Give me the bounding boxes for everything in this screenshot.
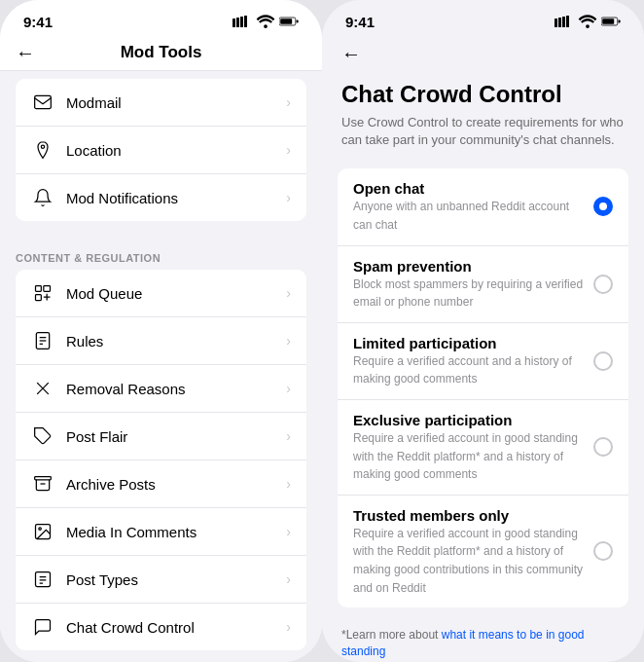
svg-rect-22 <box>35 477 52 480</box>
option-limited-participation-label: Limited participation <box>353 335 586 351</box>
chevron-right-icon: › <box>286 524 291 539</box>
chevron-right-icon: › <box>286 142 291 158</box>
svg-rect-8 <box>35 95 52 108</box>
chevron-right-icon: › <box>286 333 291 349</box>
chevron-right-icon: › <box>286 428 291 444</box>
svg-rect-1 <box>236 18 239 27</box>
rules-icon <box>31 329 54 352</box>
right-content: Chat Crowd Control Use Crowd Control to … <box>322 65 644 662</box>
svg-rect-12 <box>44 286 51 292</box>
sidebar-item-label-post-types: Post Types <box>66 571 286 588</box>
option-trusted-members-desc: Require a verified account in good stand… <box>353 527 583 595</box>
chevron-right-icon: › <box>286 190 291 205</box>
sidebar-item-label-rules: Rules <box>66 333 286 349</box>
chevron-right-icon: › <box>286 381 291 396</box>
svg-rect-0 <box>233 18 235 27</box>
svg-rect-11 <box>36 295 42 301</box>
svg-rect-26 <box>36 572 51 587</box>
status-icons-left <box>233 12 299 31</box>
chevron-right-icon: › <box>286 571 291 587</box>
section-header-content: CONTENT & REGULATION <box>0 237 322 270</box>
footnote-prefix: *Learn more about <box>341 628 442 642</box>
option-trusted-members[interactable]: Trusted members only Require a verified … <box>338 496 628 607</box>
radio-button-open-chat[interactable] <box>593 197 613 216</box>
svg-rect-34 <box>566 16 569 27</box>
sidebar-item-label-removal-reasons: Removal Reasons <box>66 381 286 397</box>
option-open-chat-desc: Anyone with an unbanned Reddit account c… <box>353 200 569 232</box>
option-limited-participation-desc: Require a verified account and a history… <box>353 354 572 386</box>
option-trusted-members-label: Trusted members only <box>353 507 586 524</box>
option-open-chat-label: Open chat <box>353 180 586 197</box>
archive-icon <box>31 472 54 496</box>
location-icon <box>31 138 54 162</box>
svg-rect-32 <box>558 18 561 27</box>
post-types-icon <box>31 568 54 591</box>
sidebar-item-modmail[interactable]: Modmail › <box>16 79 306 127</box>
svg-rect-31 <box>555 18 557 27</box>
option-exclusive-participation-desc: Require a verified account in good stand… <box>353 431 578 481</box>
back-button-left[interactable]: ← <box>16 42 35 64</box>
back-button-right[interactable]: ← <box>341 43 361 64</box>
radio-button-spam-prevention[interactable] <box>593 275 613 294</box>
content-regulation-group: Mod Queue › Rules › Removal Reasons › <box>16 270 306 650</box>
removal-icon <box>31 377 54 400</box>
sidebar-item-rules[interactable]: Rules › <box>16 317 306 365</box>
sidebar-item-label-location: Location <box>66 142 286 159</box>
svg-point-4 <box>264 24 268 28</box>
sidebar-item-label-post-flair: Post Flair <box>66 428 286 445</box>
chat-crowd-control-title: Chat Crowd Control <box>341 81 625 108</box>
status-bar-left: 9:41 <box>0 0 322 35</box>
sidebar-item-label-mod-notifications: Mod Notifications <box>66 190 286 206</box>
svg-rect-33 <box>562 17 565 27</box>
chat-crowd-control-subtitle: Use Crowd Control to create requirements… <box>341 114 625 149</box>
option-exclusive-participation[interactable]: Exclusive participation Require a verifi… <box>338 400 628 496</box>
sidebar-item-label-archive-posts: Archive Posts <box>66 476 286 493</box>
svg-rect-3 <box>244 16 247 27</box>
sidebar-item-removal-reasons[interactable]: Removal Reasons › <box>16 365 306 413</box>
chat-header: Chat Crowd Control Use Crowd Control to … <box>322 65 644 157</box>
chevron-right-icon: › <box>286 619 291 635</box>
svg-rect-2 <box>240 17 243 27</box>
sidebar-item-media-in-comments[interactable]: Media In Comments › <box>16 508 306 556</box>
time-left: 9:41 <box>23 14 53 30</box>
flair-icon <box>31 424 54 448</box>
radio-button-limited-participation[interactable] <box>593 351 613 371</box>
queue-icon <box>31 281 54 305</box>
chevron-right-icon: › <box>286 285 291 301</box>
sidebar-item-label-modmail: Modmail <box>66 94 286 111</box>
radio-button-trusted-members[interactable] <box>593 541 613 561</box>
modmail-icon <box>31 91 54 114</box>
svg-rect-10 <box>36 286 42 292</box>
time-right: 9:41 <box>345 14 375 30</box>
option-exclusive-participation-label: Exclusive participation <box>353 412 586 428</box>
sidebar-item-mod-notifications[interactable]: Mod Notifications › <box>16 174 306 221</box>
chevron-right-icon: › <box>286 476 291 492</box>
option-open-chat[interactable]: Open chat Anyone with an unbanned Reddit… <box>338 168 628 245</box>
top-group: Modmail › Location › Mod Notifications › <box>16 79 306 221</box>
option-spam-prevention-desc: Block most spammers by requiring a verif… <box>353 277 583 310</box>
option-spam-prevention[interactable]: Spam prevention Block most spammers by r… <box>338 246 628 323</box>
footnote: *Learn more about what it means to be in… <box>322 619 644 662</box>
sidebar-item-post-flair[interactable]: Post Flair › <box>16 413 306 460</box>
option-limited-participation[interactable]: Limited participation Require a verified… <box>338 323 628 400</box>
media-icon <box>31 520 54 543</box>
left-content: Modmail › Location › Mod Notifications › <box>0 71 322 662</box>
option-spam-prevention-label: Spam prevention <box>353 258 586 275</box>
nav-header-left: ← Mod Tools <box>0 35 322 71</box>
sidebar-item-archive-posts[interactable]: Archive Posts › <box>16 460 306 508</box>
svg-rect-6 <box>280 18 292 24</box>
status-bar-right: 9:41 <box>322 0 644 35</box>
right-phone: 9:41 ← Chat Crowd Control Use Crowd Cont… <box>322 0 644 662</box>
sidebar-item-mod-queue[interactable]: Mod Queue › <box>16 270 306 317</box>
chat-icon <box>31 615 54 639</box>
left-phone: 9:41 ← Mod Tools Modmail › <box>0 0 322 662</box>
sidebar-item-post-types[interactable]: Post Types › <box>16 556 306 604</box>
svg-point-35 <box>586 24 590 28</box>
sidebar-item-location[interactable]: Location › <box>16 127 306 174</box>
radio-button-exclusive-participation[interactable] <box>593 437 613 457</box>
sidebar-item-chat-crowd-control[interactable]: Chat Crowd Control › <box>16 604 306 650</box>
page-title-left: Mod Tools <box>121 43 202 62</box>
status-icons-right <box>555 12 621 31</box>
sidebar-item-label-chat-crowd-control: Chat Crowd Control <box>66 619 286 636</box>
svg-rect-7 <box>297 19 299 22</box>
